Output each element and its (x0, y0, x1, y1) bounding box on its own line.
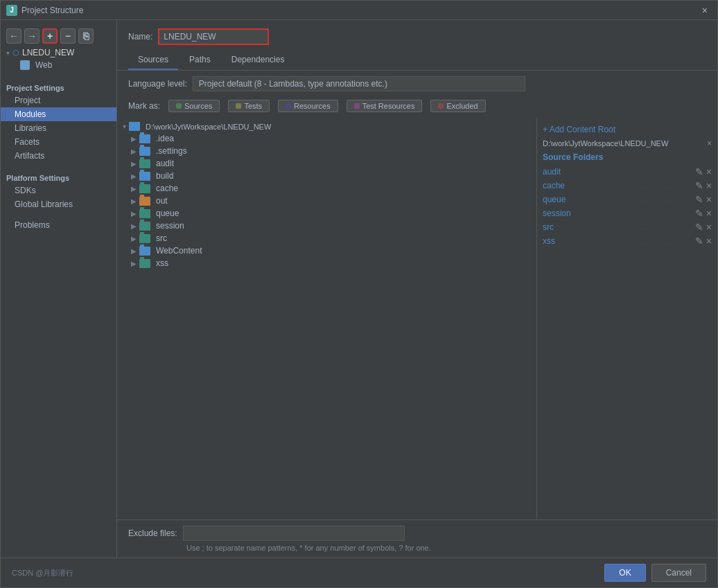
ftree-queue[interactable]: ▶ queue (117, 207, 536, 220)
sf-item-xss: xss ................... ✎ × (543, 234, 712, 248)
out-folder-icon (139, 197, 150, 206)
mark-resources-label: Resources (294, 102, 331, 110)
webcontent-arrow: ▶ (131, 247, 137, 255)
sidebar-item-sdks[interactable]: SDKs (1, 184, 116, 197)
dialog-title: Project Structure (21, 6, 83, 15)
ftree-idea-label: .idea (156, 134, 174, 143)
name-input[interactable] (158, 28, 269, 45)
root-path-text: D:\work\JytWorkspace\LNEDU_NEW (543, 139, 668, 148)
sf-xss-delete[interactable]: × (706, 235, 712, 247)
out-arrow: ▶ (131, 197, 137, 205)
ok-button[interactable]: OK (604, 564, 645, 582)
webcontent-folder-icon (139, 247, 150, 256)
sidebar-item-project[interactable]: Project (1, 93, 116, 107)
dialog-footer: CSDN @月影潜行 OK Cancel (1, 558, 717, 587)
ftree-webcontent[interactable]: ▶ WebContent (117, 244, 536, 257)
ftree-idea[interactable]: ▶ .idea (117, 132, 536, 145)
language-level-select[interactable]: Project default (8 - Lambdas, type annot… (193, 76, 525, 91)
expand-arrow: ▾ (6, 49, 10, 57)
ftree-build[interactable]: ▶ build (117, 170, 536, 182)
sidebar-item-global-libraries[interactable]: Global Libraries (1, 197, 116, 211)
module-tree-root[interactable]: ▾ ⬡ LNEDU_NEW (1, 46, 116, 59)
back-button[interactable]: ← (6, 28, 21, 44)
tabs-row: Sources Paths Dependencies (117, 51, 717, 71)
mark-test-resources-button[interactable]: Test Resources (347, 100, 423, 112)
sf-queue-edit[interactable]: ✎ (695, 194, 703, 205)
sidebar: ← → + − ⎘ ▾ ⬡ LNEDU_NEW Web Project Sett… (1, 20, 117, 558)
sf-queue-actions: ✎ × (695, 194, 712, 205)
remove-button[interactable]: − (60, 28, 76, 44)
mark-resources-button[interactable]: Resources (278, 100, 338, 112)
bottom-bar: Exclude files: Use ; to separate name pa… (117, 519, 717, 558)
name-label: Name: (128, 32, 152, 42)
exclude-input[interactable] (183, 526, 405, 541)
sf-audit-edit[interactable]: ✎ (695, 166, 703, 177)
sources-content: Language level: Project default (8 - Lam… (117, 71, 717, 558)
sf-cache-edit[interactable]: ✎ (695, 180, 703, 191)
close-button[interactable]: × (698, 3, 712, 17)
sidebar-item-facets[interactable]: Facets (1, 135, 116, 149)
title-bar-left: J Project Structure (6, 5, 83, 16)
module-root-label: LNEDU_NEW (22, 48, 74, 57)
sidebar-item-artifacts[interactable]: Artifacts (1, 149, 116, 163)
test-resources-dot (354, 103, 360, 109)
tab-dependencies[interactable]: Dependencies (222, 51, 295, 70)
sf-cache-name: cache (543, 181, 619, 190)
sf-src-name: src (543, 222, 619, 232)
ftree-settings[interactable]: ▶ .settings (117, 145, 536, 157)
ftree-src[interactable]: ▶ src (117, 232, 536, 244)
file-tree[interactable]: ▾ D:\work\JytWorkspace\LNEDU_NEW ▶ .idea (117, 118, 537, 519)
copy-button[interactable]: ⎘ (78, 28, 94, 44)
sources-dot (176, 103, 182, 109)
sf-session-delete[interactable]: × (706, 208, 712, 219)
ftree-audit[interactable]: ▶ audit (117, 157, 536, 170)
tab-paths[interactable]: Paths (180, 51, 220, 70)
sf-src-delete[interactable]: × (706, 222, 712, 233)
root-close-button[interactable]: × (707, 139, 712, 148)
root-folder-icon (129, 122, 140, 131)
idea-folder-icon (139, 134, 150, 143)
sf-audit-delete[interactable]: × (706, 166, 712, 177)
app-icon: J (6, 5, 17, 16)
add-button[interactable]: + (42, 28, 58, 44)
tab-sources[interactable]: Sources (128, 51, 178, 70)
sf-queue-delete[interactable]: × (706, 194, 712, 205)
sf-xss-edit[interactable]: ✎ (695, 235, 703, 247)
ftree-cache-label: cache (156, 184, 178, 193)
language-level-select-wrap: Project default (8 - Lambdas, type annot… (193, 76, 525, 91)
forward-button[interactable]: → (24, 28, 40, 44)
sf-queue-name: queue (543, 195, 619, 204)
sidebar-item-problems[interactable]: Problems (1, 218, 116, 232)
divider-3 (1, 211, 116, 218)
sf-src-dots: ................... (619, 222, 695, 232)
ftree-out[interactable]: ▶ out (117, 195, 536, 207)
sidebar-item-modules[interactable]: Modules (1, 107, 116, 121)
cancel-button[interactable]: Cancel (651, 564, 706, 582)
add-content-root-button[interactable]: + Add Content Root (543, 123, 712, 139)
build-folder-icon (139, 172, 150, 181)
mark-sources-button[interactable]: Sources (168, 100, 220, 112)
mark-tests-button[interactable]: Tests (228, 100, 270, 112)
mark-excluded-button[interactable]: Excluded (430, 100, 485, 112)
ftree-xss[interactable]: ▶ xss (117, 257, 536, 269)
ftree-src-label: src (156, 233, 167, 243)
queue-arrow: ▶ (131, 210, 137, 217)
nav-row: ← → + − ⎘ (1, 26, 116, 46)
src-folder-icon (139, 234, 150, 243)
cache-folder-icon (139, 184, 150, 193)
xss-folder-icon (139, 259, 150, 268)
tests-dot (236, 103, 241, 109)
ftree-cache[interactable]: ▶ cache (117, 182, 536, 195)
ftree-root[interactable]: ▾ D:\work\JytWorkspace\LNEDU_NEW (117, 121, 536, 132)
module-child-web[interactable]: Web (1, 59, 116, 71)
session-folder-icon (139, 222, 150, 231)
right-panel: Name: Sources Paths Dependencies Languag… (117, 20, 717, 558)
sf-session-edit[interactable]: ✎ (695, 208, 703, 219)
ftree-session[interactable]: ▶ session (117, 220, 536, 232)
sidebar-item-libraries[interactable]: Libraries (1, 121, 116, 135)
sf-src-edit[interactable]: ✎ (695, 222, 703, 233)
sf-cache-delete[interactable]: × (706, 180, 712, 191)
cache-arrow: ▶ (131, 185, 137, 193)
sf-xss-dots: ................... (619, 236, 695, 246)
sf-audit-actions: ✎ × (695, 166, 712, 177)
